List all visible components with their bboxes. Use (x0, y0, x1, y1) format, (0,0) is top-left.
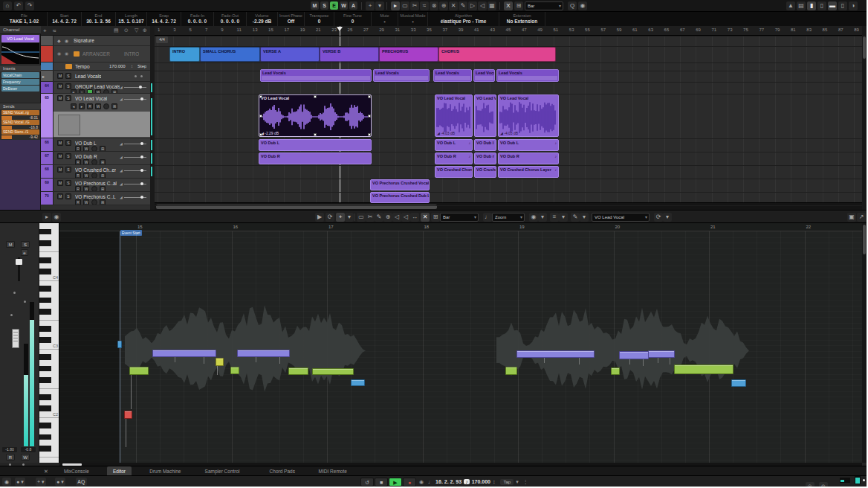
inserts-section-header[interactable]: Inserts (0, 65, 41, 71)
track-fader[interactable] (124, 87, 146, 88)
audio-event-vo-dub-l[interactable]: VO Dub L (259, 139, 372, 151)
piano-key-black[interactable] (39, 269, 51, 274)
track-vo-prechorus-c-l[interactable]: 70MSVO Prechorus C..L◢RW⊞ (41, 192, 150, 205)
info-fade-out[interactable]: Fade-Out0. 0. 0. 0 (214, 12, 247, 26)
project-hscrollbar[interactable] (155, 202, 862, 210)
read-button[interactable]: R (75, 146, 81, 152)
write-button[interactable]: W (83, 159, 89, 165)
window-layout-icon-6[interactable]: ▯ (838, 1, 847, 10)
freeze-button[interactable]: ⊞ (100, 146, 106, 152)
mute-button[interactable]: M (57, 73, 63, 79)
editor-window-icon[interactable]: ▣ (847, 213, 856, 222)
filter-icon[interactable]: ⊙ (124, 28, 129, 33)
record-mode-icon[interactable]: ● ▾ (15, 478, 25, 486)
piano-key-black[interactable] (39, 286, 51, 292)
tempo-mode[interactable]: Step (137, 64, 146, 68)
audio-event-vo-prechorus-crushed-vocal[interactable]: VO Prechorus Crushed Vocal♪ (370, 179, 430, 190)
editor-zoom-select[interactable]: Zoom▾ (492, 213, 525, 222)
mute-button[interactable]: M (57, 153, 63, 159)
info-extension[interactable]: ExtensionNo Extension (499, 12, 545, 26)
track-fader-handle[interactable] (140, 182, 143, 185)
write-button[interactable]: W (83, 146, 89, 152)
piano-key-black[interactable] (39, 337, 51, 343)
variaudio-segment[interactable] (505, 367, 517, 375)
track-lead-vocals[interactable]: ▸MSLead Vocals (41, 71, 150, 82)
scrub-tool-icon[interactable]: ◁ (478, 1, 487, 10)
state-button-a[interactable]: A (349, 1, 357, 10)
track-control-dot[interactable] (135, 75, 137, 77)
left-arrow[interactable]: ◂ (71, 103, 77, 109)
snap-toggle-icon[interactable]: X (504, 1, 513, 10)
selection-handle[interactable] (368, 115, 371, 118)
project-vscrollbar[interactable] (862, 26, 867, 210)
editor-play-icon[interactable]: ▶ (315, 213, 324, 222)
piano-key-black[interactable] (39, 240, 51, 246)
track-vo-dub-l[interactable]: 66MSVO Dub L◢RW⊞ (41, 138, 150, 152)
solo-button[interactable]: S (65, 180, 71, 186)
folder-event[interactable]: Lead Vocals (473, 69, 495, 82)
editor-snap-icon[interactable]: ✕ (421, 213, 430, 222)
window-layout-icon-2[interactable]: ▤ (797, 1, 806, 10)
window-layout-icon-5[interactable]: ▬ (828, 1, 837, 10)
editor-mute-button[interactable]: M (6, 241, 15, 248)
variaudio-segment[interactable] (731, 379, 746, 387)
write-button[interactable]: W (83, 186, 89, 192)
midi-activity-icon[interactable]: ⊙ (819, 482, 828, 487)
read-button[interactable]: R (87, 103, 93, 109)
tempo-lock-icon[interactable] (65, 64, 72, 69)
variaudio-segment[interactable] (516, 350, 595, 358)
freeze-button[interactable]: ⊞ (100, 159, 106, 165)
piano-key-black[interactable] (39, 377, 51, 383)
folder-event[interactable]: Lead Vocals (433, 69, 472, 82)
variaudio-segment[interactable] (152, 350, 216, 357)
audition-icon[interactable]: ◁ (392, 213, 401, 222)
piano-key-black[interactable] (39, 423, 51, 428)
editor-vscrollbar[interactable] (862, 223, 867, 463)
autoscroll-icon[interactable]: + (336, 213, 345, 222)
channel-curve-display[interactable] (1, 43, 39, 64)
selection-handle[interactable] (259, 95, 262, 98)
variaudio-segment[interactable] (288, 367, 308, 375)
track-group-lead-vocals[interactable]: 64MSGROUP Lead Vocals◢e≈W⊞ (41, 82, 150, 94)
audio-event-vo-lead-vocal[interactable]: VO Lead Vocal◢ -4.03 dB (435, 94, 473, 137)
window-layout-icon-3[interactable]: ▮ (807, 1, 816, 10)
selection-handle[interactable] (368, 133, 371, 136)
find-icon[interactable]: ⊕ (143, 28, 147, 33)
window-layout-icon-7[interactable]: ◑ (849, 1, 858, 10)
list-dropdown-icon[interactable]: ▾ (559, 213, 568, 222)
audio-event-vo-crushed-c[interactable]: VO Crushed c (474, 166, 496, 178)
editor-grid-select[interactable]: Bar▾ (440, 213, 479, 222)
sends-section-header[interactable]: Sends (0, 103, 41, 109)
write-button[interactable]: W (95, 103, 101, 109)
arranger-section-verse-a[interactable]: VERSE A (260, 47, 320, 62)
piano-key-black[interactable] (39, 446, 51, 452)
draw-icon[interactable]: ✎ (375, 213, 383, 222)
solo-button[interactable]: S (65, 95, 71, 101)
fader-handle[interactable] (16, 259, 22, 265)
project-vscroll-thumb[interactable] (863, 36, 866, 59)
piano-key-black[interactable] (39, 405, 51, 411)
mute-button[interactable]: M (57, 95, 63, 101)
variaudio-segment[interactable] (312, 368, 354, 375)
variaudio-segment[interactable] (611, 367, 620, 375)
read-button[interactable]: R (75, 199, 81, 205)
info-volume[interactable]: Volume-2.29 dB (247, 12, 278, 26)
audio-event-vo-dub-l[interactable]: VO Dub l (474, 139, 496, 151)
audio-event-vo-crushed-chorus[interactable]: VO Crushed Chorus♪ (435, 166, 473, 178)
editor-grid-icon[interactable]: ⊞ (431, 213, 440, 222)
peak-value-right[interactable]: -0.8 (21, 447, 36, 452)
selection-handle[interactable] (314, 133, 317, 136)
expand-icon[interactable]: ▽ (135, 28, 138, 33)
track-fader-handle[interactable] (140, 169, 143, 172)
transport-more-icon[interactable]: ⋮ (523, 479, 528, 485)
insert-slot-frequency[interactable]: Frequency (1, 79, 39, 85)
insert-slot-deesser[interactable]: DeEsser (1, 86, 39, 92)
piano-key-black[interactable] (39, 434, 51, 440)
info-start[interactable]: Start14. 4. 2. 72 (48, 12, 82, 26)
track-tempo[interactable]: Tempo170.000↕Step (41, 62, 150, 71)
audio-event-vo-dub-r[interactable]: VO Dub R♪ (498, 152, 559, 164)
track-lane-area[interactable] (54, 112, 150, 137)
folder-icon[interactable]: ▸ (42, 74, 45, 79)
tempo-value[interactable]: 170.000 (109, 64, 126, 68)
edited-part-select[interactable]: VO Lead Vocal▾ (592, 213, 650, 222)
